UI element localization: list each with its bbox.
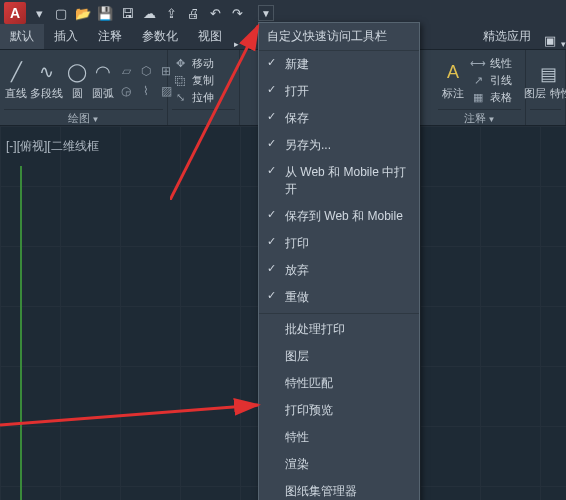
copy-label: 复制 <box>192 73 214 88</box>
save-icon[interactable]: 💾 <box>96 4 114 22</box>
menu-item[interactable]: 特性匹配 <box>259 370 419 397</box>
stretch-icon: ⤡ <box>172 90 188 106</box>
linear-button[interactable]: ⟷线性 <box>470 56 512 72</box>
panel-draw-title[interactable]: 绘图▼ <box>4 109 163 125</box>
axis-y <box>20 166 22 500</box>
view-label[interactable]: [-][俯视][二维线框 <box>6 138 99 155</box>
linear-icon: ⟷ <box>470 56 486 72</box>
panel-layer: ▤图层 特性 <box>526 50 566 125</box>
panel-modify-title <box>172 109 235 125</box>
menu-item[interactable]: 保存 <box>259 105 419 132</box>
circle-label: 圆 <box>72 86 83 101</box>
menu-item[interactable]: 打开 <box>259 78 419 105</box>
sm-2[interactable]: ⬡ <box>137 62 155 80</box>
qat-dropdown-button[interactable]: ▼ <box>258 5 274 21</box>
arc-icon: ◠ <box>91 60 115 84</box>
tab-annotate[interactable]: 注释 <box>88 24 132 49</box>
copy-button[interactable]: ⿻复制 <box>172 73 214 89</box>
circle-icon: ◯ <box>65 60 89 84</box>
circle-button[interactable]: ◯圆 <box>65 60 89 101</box>
layer-label: 图层 特性 <box>524 88 566 99</box>
menu-item[interactable]: 打印预览 <box>259 397 419 424</box>
line-icon: ╱ <box>4 60 28 84</box>
tab-insert[interactable]: 插入 <box>44 24 88 49</box>
menu-item[interactable]: 从 Web 和 Mobile 中打开 <box>259 159 419 203</box>
panel-modify: ✥移动 ⿻复制 ⤡拉伸 <box>168 50 240 125</box>
tab-expand-icon[interactable]: ▣ <box>541 31 559 49</box>
menu-item[interactable]: 特性 <box>259 424 419 451</box>
layer-props-button[interactable]: ▤图层 特性 <box>530 62 566 99</box>
tab-overflow-icon[interactable]: ▸ <box>234 39 239 49</box>
panel-annotate: A标注 ⟷线性 ↗引线 ▦表格 注释▼ <box>434 50 526 125</box>
menu-arrow-icon[interactable]: ▾ <box>30 4 48 22</box>
draw-small-buttons: ▱⬡⊞ ◶⌇▨ <box>117 62 175 100</box>
tab-default[interactable]: 默认 <box>0 24 44 49</box>
stretch-button[interactable]: ⤡拉伸 <box>172 90 214 106</box>
sm-1[interactable]: ▱ <box>117 62 135 80</box>
menu-item[interactable]: 保存到 Web 和 Mobile <box>259 203 419 230</box>
tab-view[interactable]: 视图 <box>188 24 232 49</box>
sm-4[interactable]: ◶ <box>117 82 135 100</box>
menu-item[interactable]: 重做 <box>259 284 419 311</box>
linear-label: 线性 <box>490 56 512 71</box>
redo-icon[interactable]: ↷ <box>228 4 246 22</box>
menu-separator <box>259 313 419 314</box>
menu-item[interactable]: 打印 <box>259 230 419 257</box>
menu-item[interactable]: 图层 <box>259 343 419 370</box>
move-label: 移动 <box>192 56 214 71</box>
menu-item[interactable]: 渲染 <box>259 451 419 478</box>
move-button[interactable]: ✥移动 <box>172 56 214 72</box>
polyline-label: 多段线 <box>30 86 63 101</box>
open-icon[interactable]: 📂 <box>74 4 92 22</box>
menu-item[interactable]: 放弃 <box>259 257 419 284</box>
leader-label: 引线 <box>490 73 512 88</box>
dim-button[interactable]: A标注 <box>438 60 468 101</box>
leader-icon: ↗ <box>470 73 486 89</box>
tab-arrow-icon[interactable]: ▾ <box>561 39 566 49</box>
stretch-label: 拉伸 <box>192 90 214 105</box>
undo-icon[interactable]: ↶ <box>206 4 224 22</box>
menu-item[interactable]: 图纸集管理器 <box>259 478 419 500</box>
panel-draw: ╱直线 ∿多段线 ◯圆 ◠圆弧 ▱⬡⊞ ◶⌇▨ 绘图▼ <box>0 50 168 125</box>
layer-icon: ▤ <box>536 62 560 86</box>
table-button[interactable]: ▦表格 <box>470 90 512 106</box>
qat-customize-menu: 自定义快速访问工具栏 新建打开保存另存为...从 Web 和 Mobile 中打… <box>258 22 420 500</box>
panel-layer-title <box>530 109 561 125</box>
web-open-icon[interactable]: ☁ <box>140 4 158 22</box>
polyline-icon: ∿ <box>35 60 59 84</box>
copy-icon: ⿻ <box>172 73 188 89</box>
arc-label: 圆弧 <box>92 86 114 101</box>
menu-item[interactable]: 批处理打印 <box>259 316 419 343</box>
web-save-icon[interactable]: ⇪ <box>162 4 180 22</box>
dim-label: 标注 <box>442 86 464 101</box>
panel-annotate-title[interactable]: 注释▼ <box>438 109 521 125</box>
print-icon[interactable]: 🖨 <box>184 4 202 22</box>
table-icon: ▦ <box>470 90 486 106</box>
app-logo[interactable]: A <box>4 2 26 24</box>
arc-button[interactable]: ◠圆弧 <box>91 60 115 101</box>
line-button[interactable]: ╱直线 <box>4 60 28 101</box>
table-label: 表格 <box>490 90 512 105</box>
menu-item[interactable]: 另存为... <box>259 132 419 159</box>
sm-5[interactable]: ⌇ <box>137 82 155 100</box>
tab-parametric[interactable]: 参数化 <box>132 24 188 49</box>
new-icon[interactable]: ▢ <box>52 4 70 22</box>
line-label: 直线 <box>5 86 27 101</box>
move-icon: ✥ <box>172 56 188 72</box>
tab-featured[interactable]: 精选应用 <box>473 24 541 49</box>
menu-title: 自定义快速访问工具栏 <box>259 23 419 51</box>
saveas-icon[interactable]: 🖫 <box>118 4 136 22</box>
polyline-button[interactable]: ∿多段线 <box>30 60 63 101</box>
menu-item[interactable]: 新建 <box>259 51 419 78</box>
leader-button[interactable]: ↗引线 <box>470 73 512 89</box>
dim-icon: A <box>441 60 465 84</box>
